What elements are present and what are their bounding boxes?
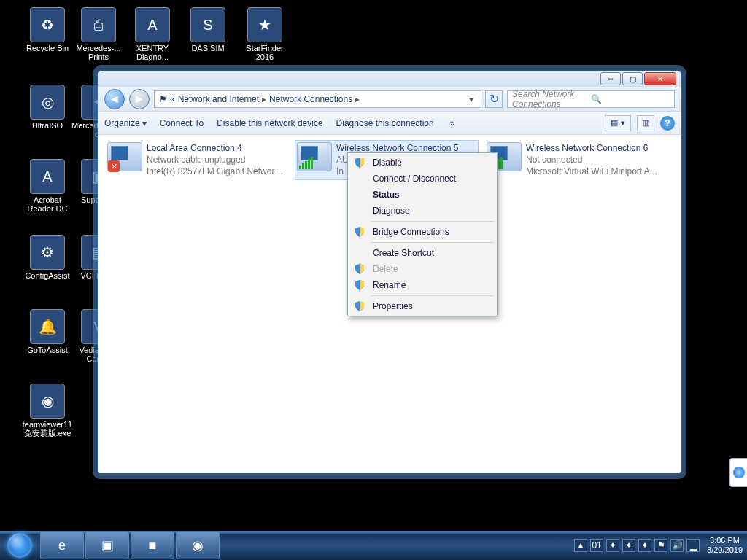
app-icon: ◎ xyxy=(30,85,65,120)
icon-label: teamviewer11免安装版.exe xyxy=(20,420,74,438)
maximize-button[interactable]: ▢ xyxy=(622,72,643,85)
desktop-icon[interactable]: AXENTRY Diagno... xyxy=(125,7,179,61)
tray-app3-icon[interactable]: ✦ xyxy=(638,539,651,552)
forward-button[interactable]: ► xyxy=(129,89,150,109)
organize-menu[interactable]: Organize ▾ xyxy=(104,118,147,128)
tray-app1-icon[interactable]: ✦ xyxy=(606,539,619,552)
minimize-button[interactable]: ━ xyxy=(600,72,621,85)
app-icon: ♻ xyxy=(30,7,65,42)
connect-to-button[interactable]: Connect To xyxy=(160,118,204,128)
taskbar-button-taskmgr[interactable]: ■ xyxy=(131,532,174,559)
breadcrumb-pre[interactable]: « xyxy=(170,94,175,104)
breadcrumb-2[interactable]: Network Connections xyxy=(269,94,352,104)
menu-item[interactable]: Bridge Connections xyxy=(349,224,495,240)
menu-separator xyxy=(371,295,494,296)
menu-item-label: Bridge Connections xyxy=(373,227,449,237)
menu-item[interactable]: Diagnose xyxy=(349,203,495,219)
menu-item-label: Connect / Disconnect xyxy=(373,174,456,184)
desktop-icon[interactable]: ◎UltraISO xyxy=(20,85,74,130)
desktop-icon[interactable]: ♻Recycle Bin xyxy=(20,7,74,52)
menu-item-label: Create Shortcut xyxy=(373,248,434,258)
chevron-right-icon[interactable]: ▸ xyxy=(355,94,360,104)
icon-label: Acrobat Reader DC xyxy=(20,195,74,213)
desktop-icon[interactable]: 🔔GoToAssist xyxy=(20,309,74,354)
taskbar-button-teamviewer[interactable]: ◉ xyxy=(176,532,220,559)
menu-separator xyxy=(371,242,494,243)
address-dropdown[interactable]: ▾ xyxy=(466,94,476,104)
icon-label: Mercedes-... Prints xyxy=(71,44,125,61)
help-button[interactable]: ? xyxy=(660,116,675,131)
tray-show-hidden-icon[interactable]: ▲ xyxy=(574,539,587,552)
preview-pane-button[interactable]: ▥ xyxy=(637,115,654,131)
connection-device: Microsoft Virtual WiFi Miniport A... xyxy=(526,166,657,177)
app-icon: ◉ xyxy=(30,384,65,419)
tray-app2-icon[interactable]: ✦ xyxy=(622,539,635,552)
uac-shield-icon xyxy=(354,226,365,238)
search-box[interactable]: Search Network Connections 🔍 xyxy=(507,90,675,108)
icon-label: GoToAssist xyxy=(20,346,74,354)
refresh-button[interactable]: ↻ xyxy=(485,90,503,108)
menu-item[interactable]: Create Shortcut xyxy=(349,245,495,261)
menu-item[interactable]: Connect / Disconnect xyxy=(349,171,495,187)
desktop-icon[interactable]: ⚙ConfigAssist xyxy=(20,235,74,280)
tray-volume-icon[interactable]: 🔊 xyxy=(670,539,684,552)
context-menu: DisableConnect / DisconnectStatusDiagnos… xyxy=(347,152,498,316)
uac-shield-icon xyxy=(354,263,365,275)
system-tray: ▲01✦✦✦⚑🔊▁ 3:06 PM 3/20/2019 xyxy=(568,531,747,560)
app-icon: ★ xyxy=(247,7,282,42)
app-icon: 🔔 xyxy=(30,309,65,344)
search-icon[interactable]: 🔍 xyxy=(591,94,670,104)
back-button[interactable]: ◄ xyxy=(104,89,125,109)
titlebar[interactable]: ━ ▢ ✕ xyxy=(98,71,681,87)
tray-action-center-icon[interactable]: ⚑ xyxy=(654,539,667,552)
desktop-icon[interactable]: AAcrobat Reader DC xyxy=(20,159,74,213)
disable-device-button[interactable]: Disable this network device xyxy=(217,118,322,128)
diagnose-button[interactable]: Diagnose this connection xyxy=(336,118,434,128)
desktop-icon[interactable]: ★StarFinder 2016 xyxy=(238,7,292,61)
view-options-button[interactable]: ▦ ▾ xyxy=(605,115,631,131)
desktop-icon[interactable]: SDAS SIM xyxy=(181,7,235,52)
overflow-chevron-icon[interactable]: » xyxy=(450,118,455,128)
app-icon: A xyxy=(30,159,65,194)
search-placeholder: Search Network Connections xyxy=(512,89,591,109)
menu-item[interactable]: Status xyxy=(349,187,495,203)
taskbar: e▣■◉ ▲01✦✦✦⚑🔊▁ 3:06 PM 3/20/2019 xyxy=(0,531,747,560)
icon-label: Recycle Bin xyxy=(20,44,74,52)
menu-item[interactable]: Rename xyxy=(349,277,495,293)
menu-item-label: Disable xyxy=(373,158,402,168)
nav-bar: ◄ ► ⚑ « Network and Internet ▸ Network C… xyxy=(98,87,681,112)
menu-item-label: Rename xyxy=(373,280,406,290)
app-icon: ⎙ xyxy=(81,7,116,42)
teamviewer-side-tab[interactable] xyxy=(729,458,747,487)
breadcrumb-1[interactable]: Network and Internet xyxy=(178,94,259,104)
command-bar: Organize ▾ Connect To Disable this netwo… xyxy=(98,112,681,135)
desktop-icon[interactable]: ⎙Mercedes-... Prints xyxy=(71,7,125,61)
app-icon: ⚙ xyxy=(30,235,65,270)
tray-lang-icon[interactable]: 01 xyxy=(590,539,603,552)
adapter-icon: ✕ xyxy=(107,142,142,171)
menu-item-label: Status xyxy=(373,190,400,200)
clock-time: 3:06 PM xyxy=(707,536,743,545)
connection-item[interactable]: Wireless Network Connection 6Not connect… xyxy=(485,141,667,179)
error-badge-icon: ✕ xyxy=(108,160,120,172)
taskbar-button-ie[interactable]: e xyxy=(40,532,84,559)
icon-label: StarFinder 2016 xyxy=(238,44,292,61)
taskbar-button-explorer[interactable]: ▣ xyxy=(85,532,129,559)
address-bar[interactable]: ⚑ « Network and Internet ▸ Network Conne… xyxy=(154,90,481,108)
chevron-right-icon[interactable]: ▸ xyxy=(262,94,266,104)
tray-network-icon[interactable]: ▁ xyxy=(686,539,700,552)
icon-label: XENTRY Diagno... xyxy=(125,44,179,61)
menu-item[interactable]: Disable xyxy=(349,155,495,171)
menu-item[interactable]: Properties xyxy=(349,298,495,314)
clock[interactable]: 3:06 PM 3/20/2019 xyxy=(707,536,743,555)
connection-name: Local Area Connection 4 xyxy=(147,142,285,154)
start-button[interactable] xyxy=(0,531,39,560)
menu-item-label: Diagnose xyxy=(373,206,410,216)
close-button[interactable]: ✕ xyxy=(644,72,676,85)
icon-label: DAS SIM xyxy=(181,44,235,52)
uac-shield-icon xyxy=(354,157,365,168)
connection-item[interactable]: ✕Local Area Connection 4Network cable un… xyxy=(106,141,288,179)
menu-item-label: Delete xyxy=(373,264,398,274)
desktop-icon[interactable]: ◉teamviewer11免安装版.exe xyxy=(20,384,74,438)
app-icon: A xyxy=(135,7,170,42)
